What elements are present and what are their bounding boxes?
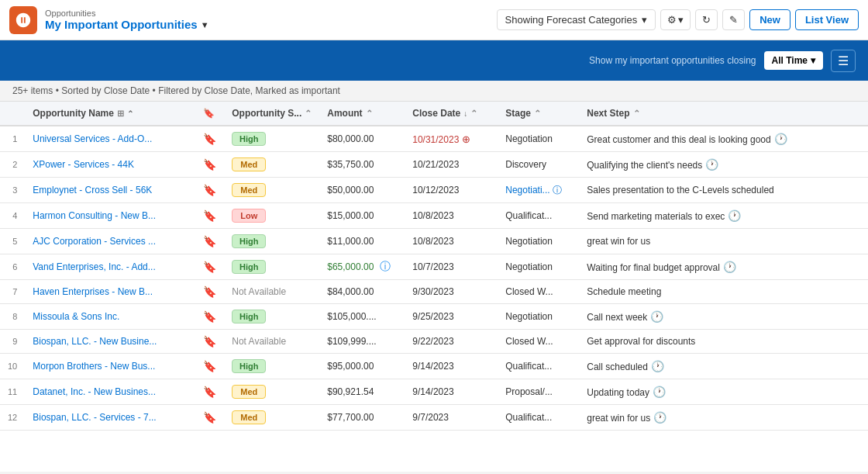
module-name: Opportunities	[45, 9, 209, 18]
col-nextstep-label: Next Step	[587, 108, 629, 119]
bookmark-icon[interactable]: 🔖	[203, 184, 216, 196]
score-cell: Med	[224, 405, 319, 431]
score-cell: High	[224, 254, 319, 280]
col-header-amount[interactable]: Amount ⌃	[319, 102, 405, 126]
gear-chevron-icon: ▾	[678, 14, 684, 26]
score-cell: High	[224, 304, 319, 330]
date-overdue-icon: ⊕	[462, 133, 470, 145]
nextstep-cell: Waiting for final budget approval 🕐	[579, 254, 868, 280]
score-badge-low: Low	[232, 209, 266, 223]
bookmark-icon[interactable]: 🔖	[203, 386, 216, 398]
score-cell: High	[224, 126, 319, 152]
opportunity-name-link[interactable]: Harmon Consulting - New B...	[33, 210, 156, 221]
score-badge-med: Med	[232, 183, 266, 197]
banner-menu-button[interactable]: ☰	[831, 50, 856, 72]
table-row: 11 Datanet, Inc. - New Busines... 🔖 Med$…	[0, 379, 868, 405]
amount-cell: $11,000.00	[319, 229, 405, 254]
score-na: Not Available	[232, 286, 286, 297]
col-name-filter-icon[interactable]: ⊞	[117, 109, 124, 119]
col-header-stage[interactable]: Stage ⌃	[498, 102, 579, 126]
col-stage-filter-icon[interactable]: ⌃	[534, 109, 541, 119]
bookmark-icon[interactable]: 🔖	[203, 360, 216, 372]
new-button[interactable]: New	[749, 9, 790, 30]
bookmark-icon[interactable]: 🔖	[203, 133, 216, 145]
col-amount-filter-icon[interactable]: ⌃	[366, 109, 373, 119]
bookmark-icon[interactable]: 🔖	[203, 285, 216, 298]
app-logo	[9, 6, 37, 34]
closedate-cell: 9/14/2023	[405, 379, 498, 405]
opportunity-name-link[interactable]: Universal Services - Add-O...	[33, 133, 152, 144]
pencil-icon: ✎	[729, 14, 738, 26]
forecast-dropdown[interactable]: Showing Forecast Categories ▾	[497, 9, 656, 30]
col-closedate-filter-icon[interactable]: ⌃	[470, 109, 477, 119]
col-header-closedate[interactable]: Close Date ↓ ⌃	[405, 102, 498, 126]
closedate-cell: 10/8/2023	[405, 229, 498, 254]
refresh-button[interactable]: ↻	[695, 9, 718, 30]
closedate-cell: 10/7/2023	[405, 254, 498, 280]
stage-cell: Proposal/...	[498, 379, 579, 405]
list-view-button[interactable]: List View	[795, 9, 859, 30]
amount-info-icon: ⓘ	[380, 260, 391, 272]
score-badge-high: High	[232, 310, 266, 323]
opportunity-name-cell: Morpon Brothers - New Bus...	[25, 354, 195, 379]
bookmark-icon[interactable]: 🔖	[203, 335, 216, 348]
title-block: Opportunities My Important Opportunities…	[45, 9, 209, 31]
bookmark-header-icon: 🔖	[203, 108, 215, 119]
amount-cell: $80,000.00	[319, 126, 405, 152]
nextstep-cell: great win for us 🕐	[579, 405, 868, 431]
closedate-cell: 9/25/2023	[405, 304, 498, 330]
bookmark-icon[interactable]: 🔖	[203, 411, 216, 424]
nextstep-cell: Get approval for discounts	[579, 330, 868, 354]
stage-cell: Closed W...	[498, 280, 579, 304]
score-badge-high: High	[232, 234, 266, 248]
bookmark-icon[interactable]: 🔖	[203, 261, 216, 273]
bookmark-icon[interactable]: 🔖	[203, 158, 216, 171]
gear-icon: ⚙	[667, 14, 677, 26]
score-badge-high: High	[232, 359, 266, 373]
amount-cell: $84,000.00	[319, 280, 405, 304]
opportunity-name-link[interactable]: Vand Enterprises, Inc. - Add...	[33, 261, 156, 272]
opportunity-name-link[interactable]: Missoula & Sons Inc.	[33, 311, 119, 322]
opportunity-name-link[interactable]: Haven Enterprises - New B...	[33, 286, 153, 297]
row-num: 8	[0, 304, 25, 330]
stage-cell: Negotiati... ⓘ	[498, 178, 579, 203]
amount-cell: $50,000.00	[319, 178, 405, 203]
opportunity-name-link[interactable]: AJC Corporation - Services ...	[33, 236, 156, 247]
table-row: 9 Biospan, LLC. - New Busine... 🔖 Not Av…	[0, 330, 868, 354]
col-nextstep-filter-icon[interactable]: ⌃	[633, 109, 640, 119]
opportunity-name-cell: Harmon Consulting - New B...	[25, 203, 195, 229]
bookmark-icon[interactable]: 🔖	[203, 209, 216, 222]
row-num: 12	[0, 405, 25, 431]
table-row: 4 Harmon Consulting - New B... 🔖 Low$15,…	[0, 203, 868, 229]
score-badge-high: High	[232, 132, 266, 146]
bookmark-cell: 🔖	[195, 229, 224, 254]
amount-cell: $105,000....	[319, 304, 405, 330]
stage-cell: Negotiation	[498, 126, 579, 152]
bookmark-icon[interactable]: 🔖	[203, 310, 216, 323]
col-header-name[interactable]: Opportunity Name ⊞ ⌃	[25, 102, 195, 126]
edit-button[interactable]: ✎	[722, 9, 745, 30]
amount-cell: $95,000.00	[319, 354, 405, 379]
stage-cell: Qualificat...	[498, 405, 579, 431]
clock-icon: 🕐	[649, 386, 666, 398]
page-title[interactable]: My Important Opportunities ▼	[45, 18, 209, 31]
nextstep-cell: Updating today 🕐	[579, 379, 868, 405]
opportunity-name-cell: Universal Services - Add-O...	[25, 126, 195, 152]
opportunity-name-link[interactable]: Datanet, Inc. - New Busines...	[33, 386, 156, 397]
opportunity-name-link[interactable]: Morpon Brothers - New Bus...	[33, 361, 155, 372]
bookmark-cell: 🔖	[195, 178, 224, 203]
opportunity-name-link[interactable]: Employnet - Cross Sell - 56K	[33, 185, 152, 195]
col-header-score[interactable]: Opportunity S... ⌃	[224, 102, 319, 126]
opportunity-name-link[interactable]: XPower - Services - 44K	[33, 159, 134, 170]
settings-button[interactable]: ⚙ ▾	[660, 9, 691, 30]
col-score-filter-icon[interactable]: ⌃	[305, 109, 312, 119]
clock-icon: 🕐	[648, 360, 664, 372]
blue-banner: Show my important opportunities closing …	[0, 40, 868, 81]
opportunity-name-link[interactable]: Biospan, LLC. - Services - 7...	[33, 412, 156, 423]
header-left: Opportunities My Important Opportunities…	[9, 6, 209, 34]
all-time-button[interactable]: All Time ▾	[764, 51, 823, 70]
col-header-nextstep[interactable]: Next Step ⌃	[579, 102, 868, 126]
opportunity-name-link[interactable]: Biospan, LLC. - New Busine...	[33, 336, 157, 347]
table-row: 8 Missoula & Sons Inc. 🔖 High$105,000...…	[0, 304, 868, 330]
bookmark-icon[interactable]: 🔖	[203, 235, 216, 247]
